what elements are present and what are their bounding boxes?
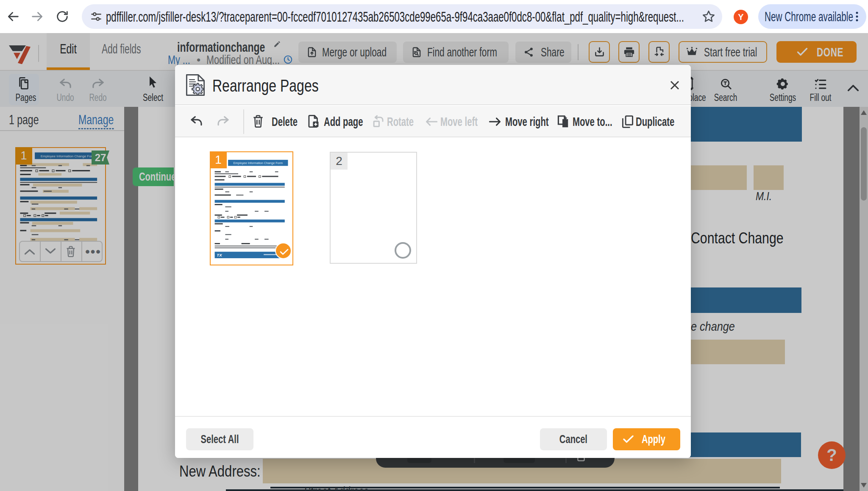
svg-text:TX: TX <box>217 253 222 257</box>
svg-text:Employee Information Change Fo: Employee Information Change Form <box>234 162 283 165</box>
